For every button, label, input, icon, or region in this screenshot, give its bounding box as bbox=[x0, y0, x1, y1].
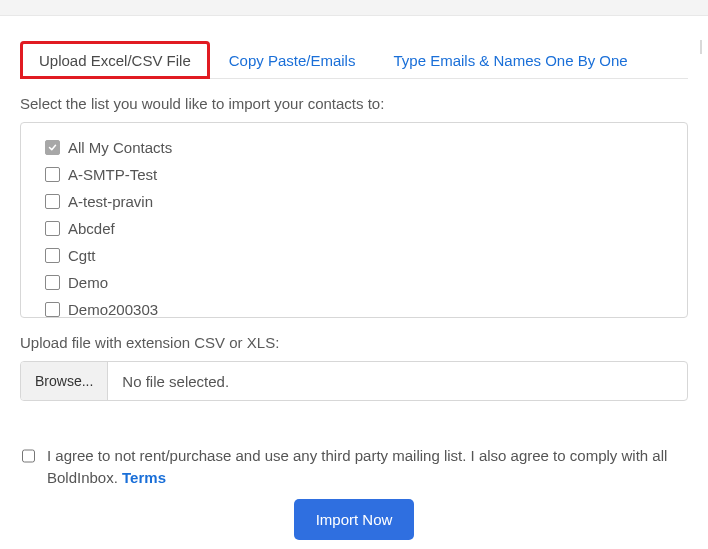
list-item: All My Contacts bbox=[45, 139, 663, 156]
list-checkbox[interactable] bbox=[45, 221, 60, 236]
list-item: Demo bbox=[45, 274, 663, 291]
contact-list-box[interactable]: All My ContactsA-SMTP-TestA-test-pravinA… bbox=[20, 122, 688, 318]
list-item-label: Abcdef bbox=[68, 220, 115, 237]
list-checkbox[interactable] bbox=[45, 167, 60, 182]
list-item-label: A-test-pravin bbox=[68, 193, 153, 210]
import-now-button[interactable]: Import Now bbox=[294, 499, 415, 540]
select-list-label: Select the list you would like to import… bbox=[20, 95, 688, 112]
tabs: Upload Excel/CSV FileCopy Paste/EmailsTy… bbox=[20, 40, 688, 79]
list-item-label: All My Contacts bbox=[68, 139, 172, 156]
file-upload-row: Browse... No file selected. bbox=[20, 361, 688, 401]
list-checkbox[interactable] bbox=[45, 275, 60, 290]
list-item: Cgtt bbox=[45, 247, 663, 264]
top-strip bbox=[0, 0, 708, 16]
list-checkbox[interactable] bbox=[45, 194, 60, 209]
list-checkbox[interactable] bbox=[45, 248, 60, 263]
list-item: Abcdef bbox=[45, 220, 663, 237]
list-item: A-SMTP-Test bbox=[45, 166, 663, 183]
list-item-label: Demo bbox=[68, 274, 108, 291]
tab-upload-excel-csv-file[interactable]: Upload Excel/CSV File bbox=[20, 41, 210, 79]
list-item: A-test-pravin bbox=[45, 193, 663, 210]
list-item-label: Cgtt bbox=[68, 247, 96, 264]
agree-text: I agree to not rent/purchase and use any… bbox=[47, 445, 686, 489]
tab-type-emails-names-one-by-one[interactable]: Type Emails & Names One By One bbox=[374, 41, 646, 79]
agree-checkbox[interactable] bbox=[22, 449, 35, 463]
tab-copy-paste-emails[interactable]: Copy Paste/Emails bbox=[210, 41, 375, 79]
import-button-wrap: Import Now bbox=[20, 499, 688, 540]
upload-label: Upload file with extension CSV or XLS: bbox=[20, 334, 688, 351]
page-body: Upload Excel/CSV FileCopy Paste/EmailsTy… bbox=[0, 40, 708, 549]
list-checkbox[interactable] bbox=[45, 302, 60, 317]
browse-button[interactable]: Browse... bbox=[21, 362, 108, 400]
divider bbox=[700, 40, 702, 54]
list-item: Demo200303 bbox=[45, 301, 663, 318]
list-item-label: Demo200303 bbox=[68, 301, 158, 318]
agree-row: I agree to not rent/purchase and use any… bbox=[20, 445, 688, 489]
file-status-text: No file selected. bbox=[108, 362, 243, 400]
terms-link[interactable]: Terms bbox=[122, 469, 166, 486]
list-item-label: A-SMTP-Test bbox=[68, 166, 157, 183]
list-checkbox bbox=[45, 140, 60, 155]
